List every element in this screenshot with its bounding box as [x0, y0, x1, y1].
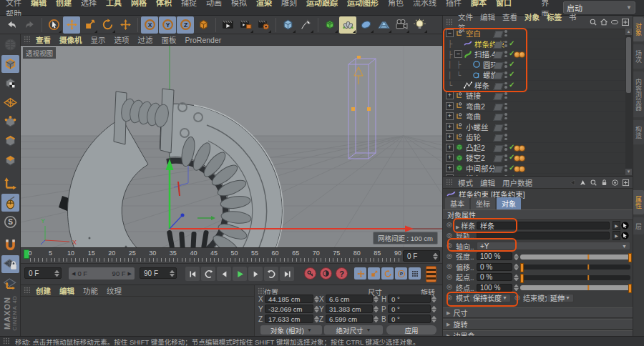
keyframe-dot-icon[interactable]: ◎ — [447, 242, 452, 249]
tab-坐标[interactable]: 坐标 — [471, 197, 495, 209]
object-row[interactable]: +凸起2✓ — [443, 143, 633, 154]
target-icon[interactable] — [611, 179, 619, 187]
panel-tab-构造[interactable]: 构造 — [633, 120, 644, 144]
position-z-field[interactable]: 17.633 cm — [265, 315, 313, 323]
enabled-check-icon[interactable]: ✓ — [509, 164, 514, 172]
layer-swatch[interactable] — [493, 145, 503, 152]
lock-z-button[interactable]: Z — [177, 16, 194, 34]
expander-icon[interactable]: − — [454, 50, 462, 58]
coord-system-button[interactable] — [195, 16, 212, 34]
model-mode-button[interactable] — [1, 55, 19, 73]
slider-track[interactable] — [520, 275, 630, 280]
home-icon[interactable] — [600, 18, 608, 26]
menubar-item[interactable]: 创建 — [56, 0, 72, 7]
panel-tab-属性[interactable]: 属性 — [633, 190, 644, 214]
expander-icon[interactable]: + — [446, 144, 454, 152]
object-manager-menu-item[interactable]: 编辑 — [480, 13, 495, 21]
slider-track[interactable] — [520, 285, 630, 290]
expander-icon[interactable]: + — [446, 112, 454, 120]
menubar-item[interactable]: 流水线 — [413, 0, 436, 7]
stepper-icon[interactable] — [314, 295, 319, 303]
layer-swatch[interactable] — [493, 155, 503, 162]
value-field[interactable]: 0 % — [477, 273, 512, 281]
visibility-dots[interactable] — [504, 144, 507, 151]
slider-handle[interactable] — [628, 253, 632, 262]
expander-icon[interactable]: + — [446, 92, 454, 99]
record-keyframe-button[interactable] — [304, 267, 316, 280]
keyframe-dot-icon[interactable]: ◎ — [447, 273, 452, 280]
expander-icon[interactable]: − — [446, 29, 454, 37]
workplane-mode-button[interactable] — [1, 94, 19, 112]
stepper-icon[interactable] — [514, 274, 519, 282]
visibility-dots[interactable] — [504, 51, 507, 57]
menubar-item[interactable]: 模拟 — [231, 0, 247, 7]
slider-handle[interactable] — [628, 284, 632, 293]
scroll-down-icon[interactable]: ▼ — [625, 169, 632, 175]
floor-objects-button[interactable] — [375, 16, 392, 34]
add-primitive-button[interactable] — [279, 16, 296, 34]
playback-current-frame[interactable]: 0 F — [24, 267, 62, 279]
object-row[interactable]: +链接 — [443, 91, 633, 102]
key-pla-button[interactable] — [409, 267, 421, 280]
keyframe-dot-icon[interactable]: ◎ — [447, 283, 452, 290]
link-menu-button[interactable]: ▶ — [613, 221, 620, 230]
stepper-icon[interactable] — [314, 305, 319, 313]
keyframe-dot-icon[interactable]: ◎ — [514, 294, 520, 301]
layer-swatch[interactable] — [493, 31, 503, 38]
object-row[interactable]: +齿轮 — [443, 132, 633, 143]
material-menu-item[interactable]: 编辑 — [59, 287, 74, 295]
mode-dropdown[interactable]: 保持长度▼ — [469, 294, 511, 302]
drag-handle-icon[interactable] — [446, 19, 453, 26]
value-field[interactable]: 0 % — [477, 263, 512, 271]
rotation-b-field[interactable]: 0 ° — [388, 315, 431, 323]
texture-mode-button[interactable] — [1, 74, 19, 92]
play-button[interactable] — [233, 267, 247, 281]
object-row[interactable]: │├圆环✓ — [443, 60, 633, 71]
add-spline-button[interactable] — [297, 16, 314, 34]
stepper-icon[interactable] — [514, 284, 519, 292]
rotation-h-field[interactable]: 0 ° — [388, 295, 431, 303]
panel-tab-场次[interactable]: 场次 — [633, 44, 644, 69]
light-objects-button[interactable] — [411, 16, 428, 34]
generators-button[interactable] — [339, 16, 356, 34]
expander-icon[interactable]: + — [446, 154, 454, 162]
visibility-dots[interactable] — [504, 113, 507, 119]
stepper-icon[interactable] — [314, 315, 319, 323]
panel-tab-内容浏览器[interactable]: 内容浏览器 — [633, 71, 644, 117]
drag-handle-icon[interactable] — [446, 179, 453, 187]
menubar-item[interactable]: 窗口 — [496, 0, 512, 7]
menubar-item[interactable]: 运动图形 — [347, 0, 379, 7]
visibility-dots[interactable] — [504, 154, 507, 161]
material-tags[interactable] — [515, 51, 525, 58]
layer-swatch[interactable] — [493, 114, 503, 121]
axis-mode-button[interactable] — [1, 174, 19, 192]
enabled-check-icon[interactable]: ✓ — [509, 143, 514, 151]
visibility-dots[interactable] — [504, 30, 507, 36]
rotation-p-field[interactable]: 0 ° — [388, 305, 431, 313]
object-row[interactable]: │└螺旋✓ — [443, 70, 633, 81]
keyframe-dot-icon[interactable]: ◎ — [447, 294, 452, 301]
enabled-check-icon[interactable]: ✓ — [509, 49, 514, 57]
object-row[interactable]: ├−扫描.4✓ — [443, 49, 633, 60]
search-icon[interactable] — [590, 179, 597, 187]
scale-button[interactable] — [81, 16, 98, 34]
link-field[interactable]: 样条 — [477, 222, 610, 229]
move-button[interactable] — [63, 16, 80, 34]
keyframe-dot-icon[interactable]: ◎ — [447, 252, 452, 260]
stepper-icon[interactable] — [431, 295, 436, 303]
menubar-item[interactable]: 动画 — [206, 0, 222, 7]
section-尺寸[interactable]: ▶尺寸 — [443, 307, 633, 318]
value-field[interactable]: 100 % — [477, 252, 512, 260]
viewport-menu-item[interactable]: ProRender — [185, 36, 222, 44]
menubar-item[interactable]: 运动跟踪 — [306, 0, 338, 7]
object-manager-menu-item[interactable]: 对象 — [525, 13, 540, 21]
menubar-item[interactable]: 编辑 — [31, 0, 47, 7]
workplane-lock-button[interactable] — [1, 255, 19, 273]
material-menu-item[interactable]: 创建 — [36, 287, 51, 295]
material-tags[interactable] — [515, 155, 525, 162]
search-icon[interactable] — [589, 18, 597, 26]
size-y-field[interactable]: 31.383 cm — [326, 305, 373, 313]
viewport-menu-item[interactable]: 过滤 — [138, 36, 153, 44]
slider-track[interactable] — [520, 254, 630, 260]
make-editable-button[interactable] — [1, 36, 19, 54]
